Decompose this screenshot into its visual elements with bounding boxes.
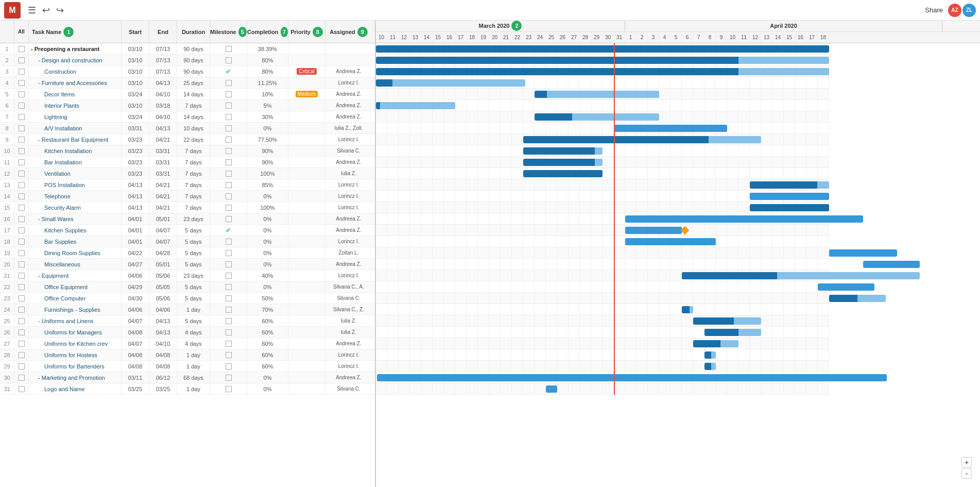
checkbox-empty[interactable] [226, 386, 232, 392]
row-milestone[interactable] [210, 168, 247, 179]
checkbox-empty[interactable] [226, 46, 232, 52]
checkbox-empty[interactable] [226, 182, 232, 188]
row-milestone[interactable] [210, 55, 247, 65]
row-milestone[interactable] [210, 100, 247, 111]
row-checkbox[interactable] [14, 383, 29, 394]
checkbox-empty[interactable] [226, 273, 232, 279]
row-checkbox[interactable] [14, 134, 29, 145]
row-checkbox[interactable] [14, 191, 29, 201]
row-checkbox[interactable] [14, 157, 29, 167]
row-milestone[interactable] [210, 293, 247, 304]
row-checkbox[interactable] [14, 168, 29, 179]
row-checkbox[interactable] [14, 361, 29, 372]
gantt-day-cell [603, 259, 614, 270]
row-checkbox[interactable] [14, 89, 29, 99]
row-milestone[interactable] [210, 247, 247, 258]
checkbox-empty[interactable] [226, 114, 232, 120]
row-checkbox[interactable] [14, 247, 29, 258]
row-checkbox[interactable] [14, 270, 29, 281]
row-checkbox[interactable] [14, 202, 29, 213]
checkbox-empty[interactable] [226, 341, 232, 347]
checkbox-empty[interactable] [226, 239, 232, 245]
checkbox-empty[interactable] [226, 159, 232, 165]
row-milestone[interactable] [210, 259, 247, 270]
row-checkbox[interactable] [14, 281, 29, 292]
row-checkbox[interactable] [14, 123, 29, 133]
row-milestone[interactable] [210, 123, 247, 133]
checkbox-empty[interactable] [226, 91, 232, 97]
gantt-area[interactable]: March 2020 2 April 2020 1011121314151617… [376, 21, 980, 487]
checkbox-empty[interactable] [226, 103, 232, 109]
row-checkbox[interactable] [14, 66, 29, 77]
checkbox-empty[interactable] [226, 171, 232, 177]
row-checkbox[interactable] [14, 304, 29, 315]
row-milestone[interactable] [210, 349, 247, 360]
row-milestone[interactable] [210, 236, 247, 247]
checkbox-empty[interactable] [226, 125, 232, 131]
row-milestone[interactable] [210, 372, 247, 383]
undo-icon[interactable]: ↩ [42, 5, 50, 16]
row-checkbox[interactable] [14, 179, 29, 190]
row-milestone[interactable] [210, 111, 247, 122]
gantt-day-cell [455, 89, 467, 99]
checkbox-empty[interactable] [226, 329, 232, 335]
checkbox-empty[interactable] [226, 250, 232, 256]
row-milestone[interactable] [210, 179, 247, 190]
checkbox-empty[interactable] [226, 375, 232, 381]
row-checkbox[interactable] [14, 213, 29, 224]
checkbox-empty[interactable] [226, 261, 232, 267]
checkbox-empty[interactable] [226, 352, 232, 358]
row-checkbox[interactable] [14, 327, 29, 338]
row-checkbox[interactable] [14, 372, 29, 383]
checkbox-empty[interactable] [226, 216, 232, 222]
row-checkbox[interactable] [14, 55, 29, 65]
avatar-1[interactable]: AZ [948, 4, 961, 17]
row-checkbox[interactable] [14, 315, 29, 326]
row-checkbox[interactable] [14, 236, 29, 247]
row-milestone[interactable] [210, 157, 247, 167]
row-checkbox[interactable] [14, 100, 29, 111]
row-milestone[interactable] [210, 89, 247, 99]
row-milestone[interactable] [210, 338, 247, 349]
avatar-2[interactable]: ZL [962, 4, 976, 17]
checkbox-empty[interactable] [226, 57, 232, 63]
row-checkbox[interactable] [14, 259, 29, 270]
checkbox-empty[interactable] [226, 295, 232, 301]
row-checkbox[interactable] [14, 338, 29, 349]
zoom-minus[interactable]: - [961, 468, 972, 479]
row-milestone[interactable] [210, 77, 247, 88]
row-checkbox[interactable] [14, 293, 29, 304]
row-milestone[interactable] [210, 145, 247, 156]
row-checkbox[interactable] [14, 225, 29, 236]
checkbox-empty[interactable] [226, 284, 232, 290]
row-milestone[interactable] [210, 270, 247, 281]
row-milestone[interactable] [210, 43, 247, 54]
row-milestone[interactable] [210, 134, 247, 145]
checkbox-empty[interactable] [226, 307, 232, 313]
row-milestone[interactable] [210, 315, 247, 326]
menu-icon[interactable]: ☰ [28, 5, 36, 16]
checkbox-empty[interactable] [226, 148, 232, 154]
checkbox-empty[interactable] [226, 318, 232, 324]
row-checkbox[interactable] [14, 349, 29, 360]
checkbox-empty[interactable] [226, 137, 232, 143]
row-checkbox[interactable] [14, 145, 29, 156]
row-checkbox[interactable] [14, 111, 29, 122]
row-checkbox[interactable] [14, 77, 29, 88]
row-milestone[interactable] [210, 281, 247, 292]
checkbox-empty[interactable] [226, 363, 232, 370]
zoom-plus[interactable]: + [961, 457, 972, 467]
redo-icon[interactable]: ↪ [56, 5, 64, 16]
checkbox-empty[interactable] [226, 80, 232, 86]
checkbox-empty[interactable] [226, 205, 232, 211]
row-milestone[interactable] [210, 383, 247, 394]
row-milestone[interactable] [210, 361, 247, 372]
checkbox-empty[interactable] [226, 193, 232, 199]
row-milestone[interactable] [210, 304, 247, 315]
row-milestone[interactable] [210, 202, 247, 213]
row-milestone[interactable] [210, 213, 247, 224]
row-milestone[interactable] [210, 191, 247, 201]
row-milestone[interactable] [210, 327, 247, 338]
row-checkbox[interactable] [14, 43, 29, 54]
app-logo[interactable]: M [4, 2, 21, 19]
